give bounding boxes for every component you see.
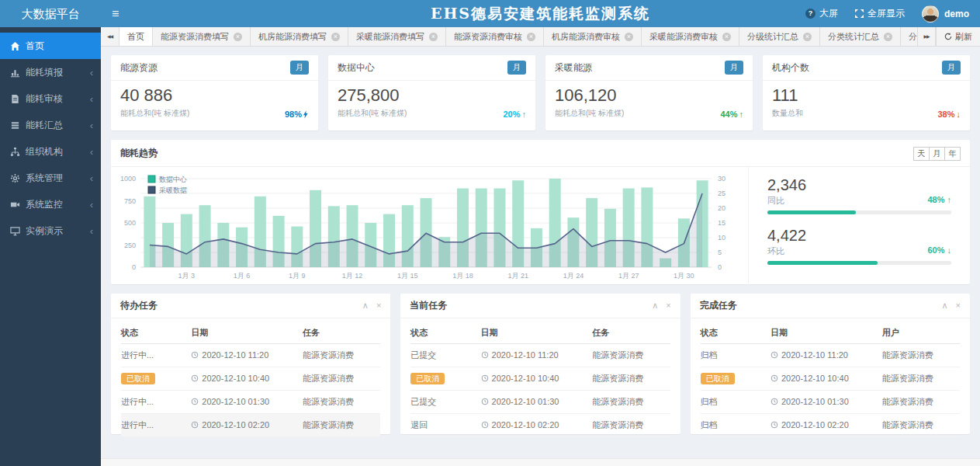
table-row[interactable]: 已取消 2020-12-10 10:40能源资源消费 xyxy=(410,367,670,391)
month-badge[interactable]: 月 xyxy=(725,61,743,75)
tab-close-icon[interactable]: × xyxy=(527,33,535,41)
table-row[interactable]: 归档 2020-12-10 01:30能源资源消费 xyxy=(701,391,960,414)
collapse-icon[interactable]: ∧ xyxy=(362,301,369,311)
sidebar-item-energy-report[interactable]: 能耗填报‹ xyxy=(0,59,101,85)
fullscreen-label: 全屏显示 xyxy=(867,7,905,20)
task-table: 状态日期用户归档 2020-12-10 11:20能源资源消费已取消 2020-… xyxy=(701,322,960,437)
arrow-up-icon: ↑ xyxy=(739,110,744,119)
sidebar-item-system-monitor[interactable]: 系统监控‹ xyxy=(0,191,101,217)
tabs-strip: 首页能源资源消费填写×机房能源消费填写×采暖能源消费填写×能源资源消费审核×机房… xyxy=(119,27,917,46)
date-cell: 2020-12-10 10:40 xyxy=(191,367,303,391)
stat-card-3: 机构个数月111数量总和38%↓ xyxy=(763,55,970,130)
tab-3[interactable]: 采暖能源消费填写× xyxy=(348,27,446,46)
task-panel-header: 完成任务∧× xyxy=(691,294,970,318)
table-row[interactable]: 归档 2020-12-10 11:20能源资源消费 xyxy=(701,344,960,367)
range-button-月[interactable]: 月 xyxy=(929,147,945,161)
column-header: 用户 xyxy=(882,322,960,344)
tab-4[interactable]: 能源资源消费审核× xyxy=(446,27,544,46)
table-row[interactable]: 已取消 2020-12-10 10:40能源资源消费 xyxy=(121,367,380,391)
app-window: 大数据平台 ≡ EHS德易安建筑能耗监测系统 ? 大屏 全屏显示 demo 首页… xyxy=(0,0,980,466)
tab-label: 能源资源消费填写 xyxy=(161,31,229,43)
date-value: 2020-12-10 02:20 xyxy=(770,420,849,429)
range-button-年[interactable]: 年 xyxy=(944,147,961,161)
tab-7[interactable]: 分级统计汇总× xyxy=(739,27,820,46)
tab-1[interactable]: 能源资源消费填写× xyxy=(153,27,251,46)
tab-6[interactable]: 采暖能源消费审核× xyxy=(642,27,739,46)
desktop-icon xyxy=(10,226,20,236)
tab-close-icon[interactable]: × xyxy=(331,33,340,41)
tab-5[interactable]: 机房能源消费审核× xyxy=(544,27,642,46)
range-button-天[interactable]: 天 xyxy=(913,147,930,161)
tab-close-icon[interactable]: × xyxy=(625,33,633,41)
tab-2[interactable]: 机房能源消费填写× xyxy=(251,27,348,46)
month-badge[interactable]: 月 xyxy=(290,61,309,75)
task-table-head: 状态日期用户 xyxy=(701,322,960,344)
table-row[interactable]: 已取消 2020-12-10 10:40能源资源消费 xyxy=(701,367,960,391)
close-icon[interactable]: × xyxy=(956,301,961,311)
tab-close-icon[interactable]: × xyxy=(884,33,892,41)
table-row[interactable]: 进行中... 2020-12-10 11:20能源资源消费 xyxy=(121,344,380,367)
table-row[interactable]: 进行中... 2020-12-10 01:30能源资源消费 xyxy=(121,391,380,414)
task-table: 状态日期任务进行中... 2020-12-10 11:20能源资源消费已取消 2… xyxy=(121,322,380,437)
tab-label: 能源资源消费审核 xyxy=(454,31,522,43)
refresh-button[interactable]: 刷新 xyxy=(936,27,980,46)
header-row: 状态日期任务 xyxy=(410,322,670,344)
table-row[interactable]: 进行中... 2020-12-10 02:20能源资源消费 xyxy=(121,414,380,437)
table-row[interactable]: 归档 2020-12-10 02:20能源资源消费 xyxy=(701,414,960,437)
table-row[interactable]: 已提交 2020-12-10 11:20能源资源消费 xyxy=(410,344,670,367)
summary-row: 同比48% ↑ xyxy=(767,195,951,207)
task-cell: 能源资源消费 xyxy=(592,367,670,391)
refresh-icon xyxy=(944,33,952,40)
date-cell: 2020-12-10 02:20 xyxy=(191,414,303,437)
collapse-icon[interactable]: ∧ xyxy=(652,301,658,311)
tabs-scroll-left-icon[interactable]: ◀◀ xyxy=(101,27,119,46)
task-panel-0: 待办任务∧×状态日期任务进行中... 2020-12-10 11:20能源资源消… xyxy=(111,294,390,434)
close-icon[interactable]: × xyxy=(376,301,381,311)
x-axis-tick: 1月 27 xyxy=(618,272,639,280)
collapse-icon[interactable]: ∧ xyxy=(941,301,947,311)
header-row: 状态日期用户 xyxy=(701,322,960,344)
column-header: 日期 xyxy=(481,322,593,344)
tab-close-icon[interactable]: × xyxy=(803,33,812,41)
table-row[interactable]: 已提交 2020-12-10 01:30能源资源消费 xyxy=(410,391,670,414)
tab-0[interactable]: 首页 xyxy=(119,27,153,46)
date-cell: 2020-12-10 11:20 xyxy=(191,344,303,367)
table-row[interactable]: 退回 2020-12-10 02:20能源资源消费 xyxy=(410,414,670,437)
close-icon[interactable]: × xyxy=(666,301,670,311)
month-badge[interactable]: 月 xyxy=(942,61,961,75)
brand-logo[interactable]: 大数据平台 xyxy=(0,0,101,27)
tab-label: 分类汇总审核 xyxy=(909,31,917,43)
fullscreen-link[interactable]: 全屏显示 xyxy=(855,7,905,20)
task-cell: 能源资源消费 xyxy=(882,367,960,391)
refresh-label: 刷新 xyxy=(955,31,972,43)
month-badge[interactable]: 月 xyxy=(507,61,526,75)
status-cell: 归档 xyxy=(701,414,770,437)
sidebar-item-energy-summary[interactable]: 能耗汇总‹ xyxy=(0,112,101,138)
legend-item-0[interactable]: 数据中心 xyxy=(148,176,187,183)
sidebar-item-energy-audit[interactable]: 能耗审核‹ xyxy=(0,85,101,112)
tab-close-icon[interactable]: × xyxy=(722,33,731,41)
sidebar-item-organization[interactable]: 组织机构‹ xyxy=(0,138,101,165)
home-icon xyxy=(10,41,20,51)
task-cell: 能源资源消费 xyxy=(592,344,670,367)
question-circle-icon: ? xyxy=(805,9,816,19)
tab-close-icon[interactable]: × xyxy=(429,33,438,41)
tab-8[interactable]: 分类统计汇总× xyxy=(820,27,901,46)
status-badge: 已取消 xyxy=(701,373,735,384)
sidebar-item-demo-examples[interactable]: 实例演示‹ xyxy=(0,217,101,244)
bigscreen-link[interactable]: ? 大屏 xyxy=(805,7,838,20)
x-axis-tick: 1月 21 xyxy=(507,272,528,280)
tabs-scroll-right-icon[interactable]: ▶▶ xyxy=(917,27,936,46)
sidebar-item-home[interactable]: 首页 xyxy=(0,33,101,59)
status-cell: 进行中... xyxy=(121,391,191,414)
task-table-body: 已提交 2020-12-10 11:20能源资源消费已取消 2020-12-10… xyxy=(410,344,670,437)
tab-close-icon[interactable]: × xyxy=(234,33,242,41)
sidebar-item-system-admin[interactable]: 系统管理‹ xyxy=(0,165,101,191)
left-axis-tick: 0 xyxy=(132,263,136,271)
user-menu[interactable]: demo xyxy=(922,5,969,23)
legend-item-1[interactable]: 采暖数据 xyxy=(148,186,187,194)
right-axis-tick: 25 xyxy=(718,190,725,197)
tab-9[interactable]: 分类汇总审核× xyxy=(901,27,917,46)
chevron-left-icon: ‹ xyxy=(90,225,93,237)
trend-panel-header: 能耗趋势 天月年 xyxy=(111,140,970,167)
